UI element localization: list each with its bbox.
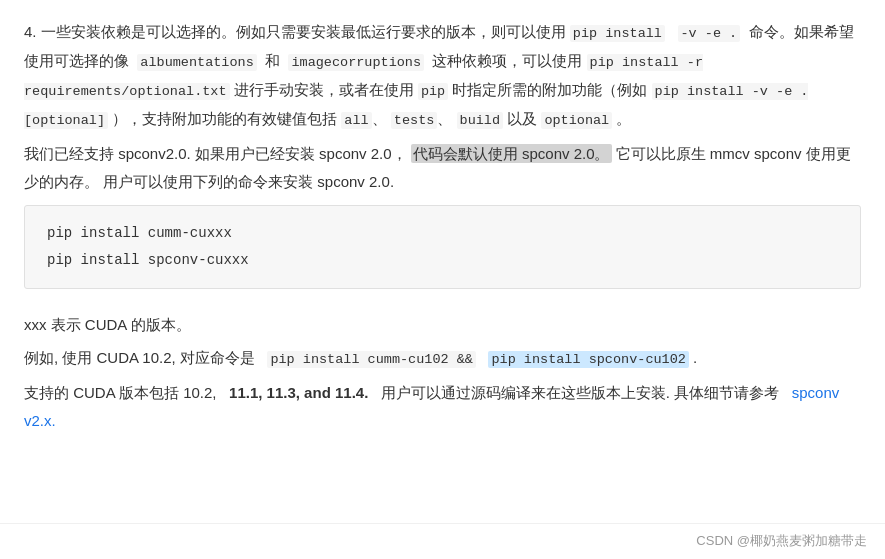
spconv-para: 我们已经支持 spconv2.0. 如果用户已经安装 spconv 2.0， 代… — [24, 140, 861, 196]
main-content: 4. 一些安装依赖是可以选择的。例如只需要安装最低运行要求的版本，则可以使用 p… — [24, 18, 861, 435]
item4-text5: 进行手动安装，或者在使用 — [234, 81, 414, 98]
item4-text8: 以及 — [507, 110, 537, 127]
cuda-para3-prefix: 支持的 CUDA 版本包括 10.2, — [24, 384, 217, 401]
pkg-albumentations: albumentations — [137, 54, 256, 71]
pkg-imagecorruptions: imagecorruptions — [288, 54, 424, 71]
item4-text6: 时指定所需的附加功能（例如 — [452, 81, 647, 98]
cmd-tests: tests — [391, 112, 438, 129]
code-block-spconv: pip install cumm-cuxxx pip install spcon… — [24, 205, 861, 288]
cuda-versions: 11.1, 11.3, and 11.4. — [229, 384, 368, 401]
cuda-para2-suffix: . — [693, 349, 697, 366]
cuda-para2: 例如, 使用 CUDA 10.2, 对应命令是 pip install cumm… — [24, 344, 861, 373]
cmd-pip2: pip — [418, 83, 448, 100]
item4-text4: 这种依赖项，可以使用 — [432, 52, 582, 69]
section-item-4: 4. 一些安装依赖是可以选择的。例如只需要安装最低运行要求的版本，则可以使用 p… — [24, 18, 861, 289]
spconv-highlighted: 代码会默认使用 spconv 2.0。 — [411, 144, 612, 163]
cuda-para2-prefix: 例如, 使用 CUDA 10.2, 对应命令是 — [24, 349, 255, 366]
code-line-1: pip install cumm-cuxxx — [47, 220, 838, 247]
item4-text9: 。 — [616, 110, 631, 127]
item4-text7: ），支持附加功能的有效键值包括 — [112, 110, 337, 127]
cuda-para3-suffix: 用户可以通过源码编译来在这些版本上安装. 具体细节请参考 — [381, 384, 779, 401]
sep1: 、 — [372, 110, 387, 127]
spacer — [24, 299, 861, 311]
item4-text3: 和 — [265, 52, 280, 69]
footer-bar: CSDN @椰奶燕麦粥加糖带走 — [0, 523, 885, 559]
spconv-text1: 我们已经支持 spconv2.0. 如果用户已经安装 spconv 2.0， — [24, 145, 407, 162]
code-line-2: pip install spconv-cuxxx — [47, 247, 838, 274]
cuda-para1-text: xxx 表示 CUDA 的版本。 — [24, 316, 191, 333]
cmd-v-e: -v -e . — [678, 25, 741, 42]
cuda-para3: 支持的 CUDA 版本包括 10.2, 11.1, 11.3, and 11.4… — [24, 379, 861, 435]
sep2: 、 — [437, 110, 452, 127]
cmd-pip-install: pip install — [570, 25, 665, 42]
item4-label: 4. 一些安装依赖是可以选择的。例如只需要安装最低运行要求的版本，则可以使用 — [24, 23, 566, 40]
cuda-cmd2-highlighted: pip install spconv-cu102 — [488, 351, 688, 368]
cuda-para1: xxx 表示 CUDA 的版本。 — [24, 311, 861, 339]
cuda-cmd1: pip install cumm-cu102 && — [267, 351, 476, 368]
footer-text: CSDN @椰奶燕麦粥加糖带走 — [696, 533, 867, 548]
item4-para: 4. 一些安装依赖是可以选择的。例如只需要安装最低运行要求的版本，则可以使用 p… — [24, 18, 861, 134]
cmd-all: all — [341, 112, 371, 129]
cmd-build: build — [457, 112, 504, 129]
cmd-optional: optional — [541, 112, 612, 129]
